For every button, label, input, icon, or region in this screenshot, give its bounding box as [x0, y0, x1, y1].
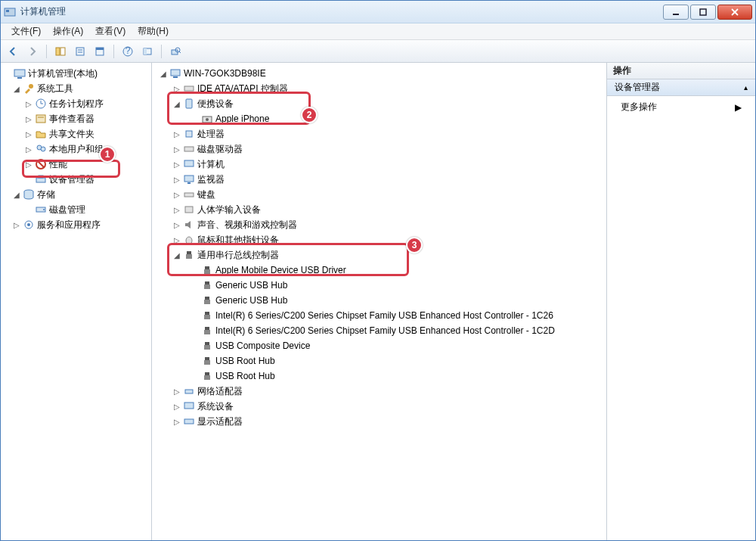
- cpu-icon: [183, 128, 195, 140]
- usb-device-icon: [201, 325, 213, 337]
- forward-button[interactable]: [23, 42, 42, 61]
- tree-label: 系统工具: [37, 82, 73, 95]
- tree-performance[interactable]: ▷性能: [2, 157, 150, 172]
- properties-button[interactable]: [71, 42, 89, 61]
- more-actions[interactable]: 更多操作 ▶: [607, 96, 755, 118]
- device-usb-item[interactable]: USB Root Hub: [153, 353, 605, 368]
- expand-icon[interactable]: ▷: [172, 144, 182, 154]
- device-usb-item[interactable]: USB Composite Device: [153, 338, 605, 353]
- tree-root-computer-management[interactable]: 计算机管理(本地): [2, 66, 150, 81]
- svg-rect-63: [205, 327, 209, 330]
- collapse-icon[interactable]: ◢: [172, 98, 182, 109]
- expand-icon[interactable]: ▷: [11, 219, 22, 230]
- tree-services-apps[interactable]: ▷服务和应用程序: [2, 217, 150, 232]
- center-panel: ◢WIN-7GOK3DB98IE ▷IDE ATA/ATAPI 控制器 ◢便携设…: [152, 63, 607, 540]
- tree-shared-folders[interactable]: ▷共享文件夹: [2, 126, 150, 141]
- device-usb-item[interactable]: Intel(R) 6 Series/C200 Series Chipset Fa…: [153, 323, 605, 338]
- expand-icon[interactable]: ▷: [172, 83, 182, 94]
- show-hide-tree-button[interactable]: [51, 42, 70, 61]
- scan-hardware-button[interactable]: [166, 42, 184, 61]
- close-button[interactable]: [717, 5, 752, 20]
- device-portable[interactable]: ◢便携设备: [153, 96, 605, 111]
- help-button[interactable]: ?: [119, 42, 137, 61]
- expand-icon[interactable]: ▷: [23, 144, 34, 154]
- expand-icon[interactable]: ▷: [172, 129, 182, 139]
- expand-icon[interactable]: ▷: [172, 386, 182, 396]
- svg-rect-39: [171, 70, 180, 76]
- expand-icon[interactable]: ▷: [172, 416, 182, 427]
- device-monitors[interactable]: ▷监视器: [153, 172, 605, 187]
- device-tree[interactable]: ◢WIN-7GOK3DB98IE ▷IDE ATA/ATAPI 控制器 ◢便携设…: [153, 66, 605, 429]
- tree-event-viewer[interactable]: ▷事件查看器: [2, 111, 150, 126]
- console-tree[interactable]: 计算机管理(本地) ◢ 系统工具 ▷任务计划程序 ▷事件查看器: [2, 66, 150, 232]
- device-sound[interactable]: ▷声音、视频和游戏控制器: [153, 217, 605, 232]
- device-display[interactable]: ▷显示适配器: [153, 414, 605, 429]
- view-button[interactable]: [138, 42, 156, 61]
- tree-disk-management[interactable]: 磁盘管理: [2, 202, 150, 217]
- expand-icon[interactable]: ▷: [172, 235, 182, 245]
- device-usb-item[interactable]: Generic USB Hub: [153, 278, 605, 293]
- expand-icon[interactable]: ▷: [172, 204, 182, 215]
- expand-icon[interactable]: ▷: [23, 129, 34, 139]
- collapse-icon[interactable]: ◢: [158, 68, 169, 79]
- device-usb-controllers[interactable]: ◢通用串行总线控制器: [153, 247, 605, 263]
- device-usb-item[interactable]: Generic USB Hub: [153, 293, 605, 308]
- collapse-icon[interactable]: ◢: [11, 83, 22, 94]
- users-icon: [35, 143, 47, 155]
- expand-icon[interactable]: ▷: [172, 159, 182, 169]
- back-button[interactable]: [4, 42, 22, 61]
- device-usb-item[interactable]: Intel(R) 6 Series/C200 Series Chipset Fa…: [153, 308, 605, 323]
- expand-icon[interactable]: ▷: [23, 98, 34, 109]
- svg-rect-55: [205, 266, 209, 269]
- tree-local-users[interactable]: ▷本地用户和组: [2, 141, 150, 157]
- tree-label: 磁盘驱动器: [197, 143, 243, 156]
- svg-rect-26: [36, 115, 45, 123]
- portable-device-icon: [183, 98, 195, 110]
- expand-icon[interactable]: ▷: [172, 174, 182, 185]
- device-root[interactable]: ◢WIN-7GOK3DB98IE: [153, 66, 605, 81]
- menu-action[interactable]: 操作(A): [47, 23, 89, 39]
- expand-icon[interactable]: ▷: [23, 113, 34, 124]
- expand-icon[interactable]: ▷: [23, 159, 34, 169]
- collapse-icon[interactable]: [2, 68, 13, 79]
- window-title: 计算机管理: [20, 5, 66, 18]
- device-system-devices[interactable]: ▷系统设备: [153, 399, 605, 414]
- expand-icon[interactable]: ▷: [172, 401, 182, 412]
- device-network[interactable]: ▷网络适配器: [153, 384, 605, 399]
- menu-view[interactable]: 查看(V): [89, 23, 132, 39]
- tree-task-scheduler[interactable]: ▷任务计划程序: [2, 96, 150, 111]
- device-usb-item[interactable]: Apple Mobile Device USB Driver: [153, 263, 605, 278]
- device-keyboards[interactable]: ▷键盘: [153, 187, 605, 202]
- device-mice[interactable]: ▷鼠标和其他指针设备: [153, 232, 605, 247]
- device-usb-item[interactable]: USB Root Hub: [153, 368, 605, 384]
- keyboard-icon: [183, 188, 195, 201]
- device-ide[interactable]: ▷IDE ATA/ATAPI 控制器: [153, 81, 605, 96]
- collapse-icon[interactable]: ◢: [11, 189, 22, 200]
- svg-rect-53: [187, 251, 191, 254]
- clock-icon: [35, 98, 47, 110]
- maximize-button[interactable]: [690, 5, 716, 20]
- tree-system-tools[interactable]: ◢ 系统工具: [2, 81, 150, 96]
- device-processors[interactable]: ▷处理器: [153, 126, 605, 141]
- expand-icon[interactable]: ▷: [172, 189, 182, 200]
- disk-drive-icon: [183, 143, 195, 155]
- performance-icon: [35, 158, 47, 170]
- tree-storage[interactable]: ◢ 存储: [2, 187, 150, 202]
- device-computer[interactable]: ▷计算机: [153, 157, 605, 172]
- export-list-button[interactable]: [91, 42, 109, 61]
- device-hid[interactable]: ▷人体学输入设备: [153, 202, 605, 217]
- expand-icon[interactable]: ▷: [172, 219, 182, 230]
- tree-label: 鼠标和其他指针设备: [197, 234, 279, 247]
- menu-help[interactable]: 帮助(H): [132, 23, 175, 39]
- usb-device-icon: [201, 370, 213, 382]
- menu-file[interactable]: 文件(F): [5, 23, 47, 39]
- svg-rect-73: [184, 419, 194, 424]
- tree-device-manager[interactable]: 设备管理器: [2, 172, 150, 187]
- actions-section-label: 设备管理器: [615, 81, 660, 94]
- tree-label: Apple iPhone: [215, 113, 269, 124]
- device-apple-iphone[interactable]: Apple iPhone: [153, 111, 605, 126]
- actions-section[interactable]: 设备管理器 ▴: [607, 79, 755, 96]
- device-disk-drives[interactable]: ▷磁盘驱动器: [153, 141, 605, 157]
- minimize-button[interactable]: [663, 5, 689, 20]
- collapse-icon[interactable]: ◢: [172, 250, 182, 260]
